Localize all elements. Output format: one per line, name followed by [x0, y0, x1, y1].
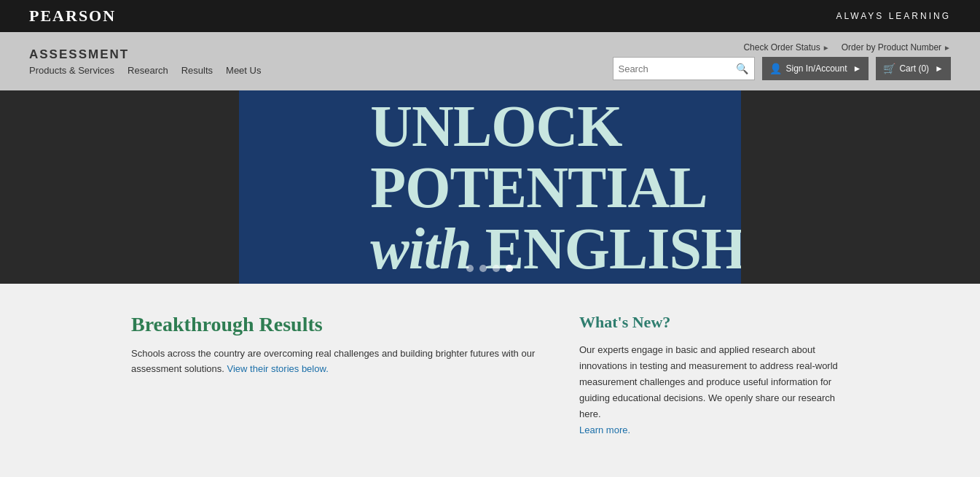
nav-link-products[interactable]: Products & Services	[29, 65, 114, 76]
chevron-right-icon: ►	[823, 44, 830, 52]
pearson-logo: PEARSON	[29, 7, 116, 26]
nav-bottom-row: 🔍 👤 Sign In/Account ► 🛒 Cart (0) ►	[613, 57, 951, 80]
nav-brand: ASSESSMENT	[29, 47, 277, 62]
nav-left: ASSESSMENT Products & Services Research …	[29, 47, 277, 76]
search-box[interactable]: 🔍	[613, 57, 755, 80]
nav-bar: ASSESSMENT Products & Services Research …	[0, 32, 980, 90]
hero-content: UNLOCK POTENTIAL with ENGLISH Here's how	[370, 96, 609, 279]
content-right: What's New? Our experts engage in basic …	[579, 313, 849, 439]
hero-dot-3[interactable]	[493, 265, 500, 272]
breakthrough-results-title: Breakthrough Results	[131, 313, 536, 336]
whats-new-body: Our experts engage in basic and applied …	[579, 342, 849, 439]
check-order-status-link[interactable]: Check Order Status ►	[743, 42, 829, 53]
hero-dot-2[interactable]	[479, 265, 487, 272]
sign-in-button[interactable]: 👤 Sign In/Account ►	[762, 57, 869, 80]
user-icon: 👤	[769, 63, 782, 74]
hero-text: UNLOCK POTENTIAL with ENGLISH	[370, 96, 740, 279]
cart-icon: 🛒	[883, 63, 895, 74]
hero-dots	[466, 265, 513, 272]
order-by-product-number-link[interactable]: Order by Product Number ►	[842, 42, 951, 53]
chevron-right-icon: ►	[944, 44, 951, 52]
nav-right: Check Order Status ► Order by Product Nu…	[613, 42, 951, 80]
hero-side-left	[0, 90, 239, 284]
hero-side-right	[741, 90, 980, 284]
cart-button[interactable]: 🛒 Cart (0) ►	[876, 57, 951, 80]
nav-link-research[interactable]: Research	[128, 65, 168, 76]
whats-new-title: What's New?	[579, 313, 849, 332]
hero-dot-4[interactable]	[506, 265, 513, 272]
hero-dot-1[interactable]	[466, 265, 474, 272]
hero-line2: with ENGLISH	[370, 218, 740, 279]
content-section: Breakthrough Results Schools across the …	[0, 284, 980, 468]
nav-links: Products & Services Research Results Mee…	[29, 65, 277, 76]
nav-link-meetus[interactable]: Meet Us	[226, 65, 261, 76]
tagline: ALWAYS LEARNING	[836, 11, 951, 21]
view-stories-link[interactable]: View their stories below.	[227, 363, 329, 374]
search-button[interactable]: 🔍	[734, 63, 750, 74]
search-input[interactable]	[618, 63, 734, 74]
learn-more-link[interactable]: Learn more.	[579, 424, 630, 435]
breakthrough-results-body: Schools across the country are overcomin…	[131, 346, 536, 377]
hero-line1: UNLOCK POTENTIAL	[370, 96, 740, 218]
hero-banner: UNLOCK POTENTIAL with ENGLISH Here's how	[239, 90, 740, 284]
chevron-right-icon: ►	[853, 63, 862, 74]
hero-wrapper: UNLOCK POTENTIAL with ENGLISH Here's how	[0, 90, 980, 284]
nav-top-row: Check Order Status ► Order by Product Nu…	[743, 42, 951, 53]
top-bar: PEARSON ALWAYS LEARNING	[0, 0, 980, 32]
chevron-right-icon: ►	[935, 63, 944, 74]
nav-link-results[interactable]: Results	[181, 65, 213, 76]
content-left: Breakthrough Results Schools across the …	[131, 313, 536, 439]
